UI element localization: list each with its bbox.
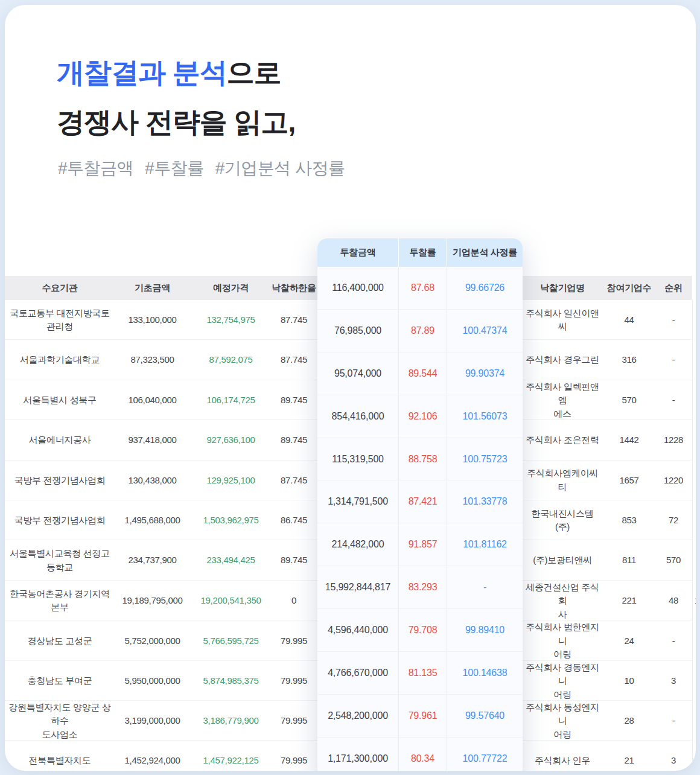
cell-winner: 주식회사 일신이앤씨 <box>521 300 603 340</box>
header-min-rate: 낙찰하한율 <box>272 282 316 294</box>
cell-org: 경상남도 고성군 <box>5 620 115 662</box>
cell-clipped-fragment <box>692 661 696 702</box>
cell-planned-price: 1,503,962,975 <box>190 500 272 540</box>
cell-winner: 주식회사 조은전력 <box>521 420 603 460</box>
cell-min-rate: 79.995 <box>272 741 316 771</box>
cell-base-amount: 5,752,000,000 <box>115 620 190 662</box>
panel-header-bid-rate: 투찰률 <box>398 238 447 267</box>
panel-cell-bid-amount: 4,596,440,000 <box>317 609 398 651</box>
cell-winner: 주식회사엠케이씨티 <box>521 461 603 500</box>
cell-planned-price: 1,457,922,125 <box>190 741 272 771</box>
cell-planned-price: 19,200,541,350 <box>190 581 272 622</box>
cell-org: 국방부 전쟁기념사업회 <box>5 461 115 500</box>
cell-org: 서울특별시교육청 선정고등학교 <box>5 540 115 580</box>
cell-min-rate: 86.745 <box>272 500 316 540</box>
cell-participants: 24 <box>603 620 655 662</box>
panel-cell-assessment: 101.33778 <box>447 480 523 523</box>
cell-planned-price: 5,874,985,375 <box>190 661 272 702</box>
panel-cell-bid-amount: 115,319,500 <box>317 438 398 480</box>
panel-row: 15,992,844,817 83.293 - <box>317 566 523 609</box>
cell-org: 서울특별시 성북구 <box>5 380 115 421</box>
cell-participants: 1657 <box>603 461 655 500</box>
cell-planned-price: 927,636,100 <box>190 420 272 460</box>
panel-row: 214,482,000 91.857 101.81162 <box>317 523 523 566</box>
cell-base-amount: 130,438,000 <box>115 461 190 500</box>
panel-row: 4,766,670,000 81.135 100.14638 <box>317 652 523 695</box>
panel-cell-assessment: 100.77722 <box>447 738 523 771</box>
header-planned-price: 예정가격 <box>190 282 272 294</box>
cell-rank: 1228 <box>655 420 692 460</box>
cell-clipped-fragment <box>692 300 696 340</box>
header-org: 수요기관 <box>5 282 115 294</box>
cell-planned-price: 5,766,595,725 <box>190 620 272 662</box>
cell-min-rate: 89.745 <box>272 540 316 580</box>
cell-winner: 세종건설산업 주식회 사 <box>521 581 603 622</box>
cell-participants: 1442 <box>603 420 655 460</box>
panel-header-assessment: 기업분석 사정률 <box>447 238 523 267</box>
cell-participants: 316 <box>603 340 655 380</box>
cell-participants: 28 <box>603 701 655 742</box>
panel-cell-bid-amount: 4,766,670,000 <box>317 652 398 694</box>
cell-rank: - <box>655 620 692 662</box>
cell-rank: 3 <box>655 741 692 771</box>
cell-participants: 10 <box>603 661 655 702</box>
panel-cell-bid-amount: 95,074,000 <box>317 352 398 395</box>
cell-clipped-fragment <box>692 340 696 380</box>
panel-cell-bid-amount: 116,400,000 <box>317 267 398 309</box>
cell-winner: 주식회사 인우 <box>521 741 603 771</box>
panel-cell-assessment: 99.89410 <box>447 609 523 651</box>
cell-base-amount: 1,495,688,000 <box>115 500 190 540</box>
cell-rank: - <box>655 701 692 742</box>
panel-cell-bid-rate: 92.106 <box>398 395 447 438</box>
cell-clipped-fragment <box>692 420 696 460</box>
cell-participants: 811 <box>603 540 655 580</box>
panel-cell-assessment: 99.66726 <box>447 267 523 309</box>
panel-header-bid-amount: 투찰금액 <box>317 238 398 267</box>
title-rest: 으로 <box>227 57 281 88</box>
panel-row: 115,319,500 88.758 100.75723 <box>317 438 523 481</box>
panel-cell-bid-amount: 1,171,300,000 <box>317 738 398 771</box>
cell-clipped-fragment <box>692 540 696 580</box>
cell-planned-price: 87,592,075 <box>190 340 272 380</box>
cell-org: 서울과학기술대학교 <box>5 340 115 380</box>
cell-org: 충청남도 부여군 <box>5 661 115 702</box>
hashtag-list: #투찰금액 #투찰률 #기업분석 사정률 <box>58 157 345 180</box>
analysis-floating-panel: 투찰금액 투찰률 기업분석 사정률 116,400,000 87.68 99.6… <box>317 238 523 771</box>
cell-min-rate: 89.745 <box>272 420 316 460</box>
panel-cell-assessment: - <box>447 566 523 608</box>
cell-planned-price: 233,494,425 <box>190 540 272 580</box>
panel-row: 1,314,791,500 87.421 101.33778 <box>317 480 523 523</box>
cell-rank: - <box>655 300 692 340</box>
panel-cell-bid-rate: 79.708 <box>398 609 447 651</box>
title-line2: 경쟁사 전략을 읽고, <box>57 106 295 138</box>
cell-rank: 1220 <box>655 461 692 500</box>
panel-header-row: 투찰금액 투찰률 기업분석 사정률 <box>317 238 523 267</box>
page-title: 개찰결과 분석으로경쟁사 전략을 읽고, <box>57 48 295 147</box>
cell-clipped-fragment <box>692 500 696 540</box>
cell-winner: 주식회사 일렉펀앤엠 에스 <box>521 380 603 421</box>
panel-cell-bid-amount: 1,314,791,500 <box>317 480 398 523</box>
panel-cell-bid-rate: 87.89 <box>398 310 447 352</box>
cell-base-amount: 3,199,000,000 <box>115 701 190 742</box>
cell-org: 강원특별자치도 양양군 상하수 도사업소 <box>5 701 115 742</box>
header-winner: 낙찰기업명 <box>521 282 603 294</box>
panel-cell-bid-amount: 214,482,000 <box>317 523 398 566</box>
panel-row: 116,400,000 87.68 99.66726 <box>317 267 523 310</box>
cell-min-rate: 87.745 <box>272 461 316 500</box>
cell-participants: 44 <box>603 300 655 340</box>
cell-rank: 72 <box>655 500 692 540</box>
cell-min-rate: 89.745 <box>272 380 316 421</box>
cell-min-rate: 79.995 <box>272 620 316 662</box>
cell-min-rate: 79.995 <box>272 661 316 702</box>
cell-base-amount: 1,452,924,000 <box>115 741 190 771</box>
cell-clipped-fragment <box>692 620 696 662</box>
hashtag-bid-rate: #투찰률 <box>145 157 204 180</box>
panel-row: 854,416,000 92.106 101.56073 <box>317 395 523 438</box>
hashtag-assessment-rate: #기업분석 사정률 <box>215 157 345 180</box>
cell-base-amount: 106,040,000 <box>115 380 190 421</box>
cell-clipped-fragment <box>692 701 696 742</box>
panel-row: 95,074,000 89.544 99.90374 <box>317 352 523 395</box>
cell-rank: - <box>655 340 692 380</box>
cell-org: 서울에너지공사 <box>5 420 115 460</box>
panel-cell-assessment: 101.56073 <box>447 395 523 438</box>
